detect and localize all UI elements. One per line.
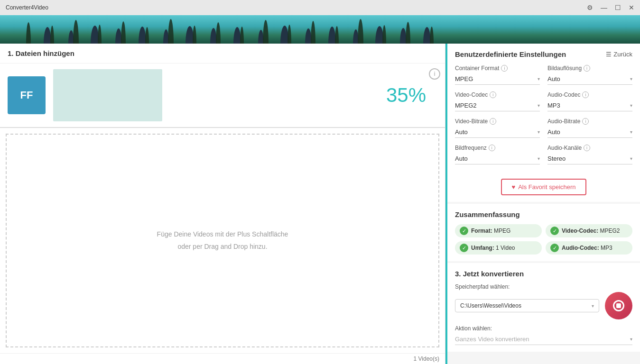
- svg-point-0: [26, 22, 31, 44]
- container-format-select[interactable]: MPEG ▾: [455, 73, 540, 85]
- audio-channels-label: Audio-Kanäle: [547, 145, 582, 151]
- svg-point-7: [193, 26, 196, 44]
- video-codec-info-icon[interactable]: i: [490, 91, 496, 98]
- audio-bitrate-info-icon[interactable]: i: [582, 118, 589, 125]
- audio-bitrate-label: Audio-Bitrate: [547, 118, 580, 125]
- svg-point-1: [50, 26, 54, 44]
- video-info-button[interactable]: i: [429, 68, 440, 80]
- image-resolution-label-row: Bildauflösung i: [547, 65, 632, 72]
- svg-point-4: [121, 21, 126, 44]
- video-bitrate-value: Auto: [455, 128, 468, 136]
- summary-format-item: ✓ Format: MPEG: [455, 224, 542, 237]
- container-format-label-row: Container Format i: [455, 65, 540, 72]
- audio-codec-info-icon[interactable]: i: [582, 91, 589, 98]
- summary-format-check: ✓: [460, 227, 468, 235]
- video-codec-label-row: Video-Codec i: [455, 91, 540, 98]
- video-codec-arrow: ▾: [538, 103, 540, 108]
- header-banner: [0, 15, 640, 44]
- favorite-button[interactable]: ♥ Als Favorit speichern: [501, 179, 586, 195]
- video-bitrate-setting: Video-Bitrate i Auto ▾: [455, 118, 540, 138]
- summary-video-codec-value: MPEG2: [600, 228, 620, 234]
- svg-point-6: [168, 19, 174, 44]
- close-button[interactable]: ✕: [629, 4, 634, 11]
- thumbnail-label: FF: [20, 89, 33, 101]
- video-preview-box: [53, 69, 162, 121]
- settings-button[interactable]: ⚙: [587, 4, 593, 11]
- svg-point-16: [406, 22, 410, 44]
- video-codec-select[interactable]: MPEG2 ▾: [455, 100, 540, 111]
- main-content: 1. Dateien hinzügen FF 35% i Füge Deine …: [0, 44, 640, 364]
- svg-point-5: [145, 27, 149, 44]
- svg-point-14: [358, 19, 363, 44]
- audio-channels-select[interactable]: Stereo ▾: [547, 153, 632, 164]
- summary-audio-codec-value: MP3: [601, 245, 612, 251]
- audio-bitrate-value: Auto: [547, 128, 560, 136]
- drop-zone[interactable]: Füge Deine Videos mit der Plus Schaltflä…: [6, 134, 439, 347]
- audio-codec-label-row: Audio-Codec i: [547, 91, 632, 98]
- audio-bitrate-arrow: ▾: [630, 129, 632, 135]
- video-bitrate-label-row: Video-Bitrate i: [455, 118, 540, 125]
- image-resolution-arrow: ▾: [630, 76, 632, 82]
- audio-channels-arrow: ▾: [630, 156, 632, 161]
- video-count: 1 Video(s): [414, 355, 439, 362]
- summary-audio-codec-label: Audio-Codec:: [562, 245, 599, 251]
- audio-codec-setting: Audio-Codec i MP3 ▾: [547, 91, 632, 111]
- container-format-info-icon[interactable]: i: [501, 65, 508, 72]
- video-bitrate-select[interactable]: Auto ▾: [455, 127, 540, 138]
- settings-section: Benutzerdefinierte Einstellungen ☰ Zurüc…: [447, 44, 640, 202]
- audio-bitrate-select[interactable]: Auto ▾: [547, 127, 632, 138]
- image-resolution-info-icon[interactable]: i: [584, 65, 590, 72]
- frame-rate-info-icon[interactable]: i: [489, 145, 495, 151]
- svg-point-17: [430, 27, 434, 44]
- minimize-button[interactable]: —: [601, 4, 607, 11]
- summary-section: Zusammenfassung ✓ Format: MPEG ✓ Video-C…: [447, 204, 640, 261]
- audio-codec-select[interactable]: MP3 ▾: [547, 100, 632, 111]
- frame-rate-select[interactable]: Auto ▾: [455, 153, 540, 164]
- image-resolution-setting: Bildauflösung i Auto ▾: [547, 65, 632, 85]
- summary-format-label: Format:: [471, 228, 492, 234]
- titlebar: Converter4Video ⚙ — ☐ ✕: [0, 0, 640, 15]
- path-label: Speicherpfad wählen:: [455, 283, 632, 290]
- summary-title: Zusammenfassung: [455, 210, 632, 218]
- panel-title: 1. Dateien hinzügen: [8, 49, 74, 57]
- audio-codec-value: MP3: [547, 102, 560, 109]
- back-button[interactable]: ☰ Zurück: [606, 51, 632, 58]
- image-resolution-value: Auto: [547, 75, 560, 82]
- video-codec-label: Video-Codec: [455, 91, 488, 98]
- svg-point-9: [240, 27, 244, 44]
- convert-btn-inner: [616, 303, 621, 308]
- path-select[interactable]: C:\Users\Wessel\Videos ▾: [455, 299, 599, 312]
- video-bitrate-info-icon[interactable]: i: [490, 118, 496, 125]
- summary-video-codec-check: ✓: [550, 227, 559, 235]
- video-bitrate-arrow: ▾: [538, 129, 540, 135]
- left-panel: 1. Dateien hinzügen FF 35% i Füge Deine …: [0, 44, 445, 364]
- hamburger-icon: ☰: [606, 51, 612, 58]
- action-value: Ganzes Video konvertieren: [455, 336, 529, 343]
- drop-line2: oder per Drag and Drop hinzu.: [177, 241, 267, 253]
- summary-video-codec-label: Video-Codec:: [562, 228, 598, 234]
- container-format-label: Container Format: [455, 65, 499, 72]
- action-arrow: ▾: [630, 337, 632, 342]
- favorite-btn-wrap: ♥ Als Favorit speichern: [455, 171, 632, 195]
- summary-audio-codec-check: ✓: [550, 244, 559, 252]
- drop-line1: Füge Deine Videos mit der Plus Schaltflä…: [157, 228, 288, 240]
- convert-title: 3. Jetzt konvertieren: [455, 270, 632, 278]
- convert-button[interactable]: [605, 292, 632, 319]
- back-label: Zurück: [613, 51, 632, 58]
- summary-scope-check: ✓: [460, 244, 468, 252]
- image-resolution-select[interactable]: Auto ▾: [547, 73, 632, 85]
- audio-bitrate-setting: Audio-Bitrate i Auto ▾: [547, 118, 632, 138]
- maximize-button[interactable]: ☐: [615, 4, 621, 11]
- favorite-label: Als Favorit speichern: [518, 183, 575, 191]
- audio-channels-info-icon[interactable]: i: [584, 145, 590, 151]
- settings-header: Benutzerdefinierte Einstellungen ☰ Zurüc…: [455, 50, 632, 58]
- summary-audio-codec-item: ✓ Audio-Codec: MP3: [546, 241, 632, 255]
- settings-grid: Container Format i MPEG ▾ Bildauflösung …: [455, 65, 632, 164]
- image-resolution-label: Bildauflösung: [547, 65, 582, 72]
- summary-grid: ✓ Format: MPEG ✓ Video-Codec: MPEG2 ✓: [455, 224, 632, 255]
- action-select[interactable]: Ganzes Video konvertieren ▾: [455, 334, 632, 345]
- container-format-value: MPEG: [455, 75, 473, 82]
- video-bitrate-label: Video-Bitrate: [455, 118, 488, 125]
- video-percent: 35%: [386, 84, 426, 107]
- summary-video-codec-item: ✓ Video-Codec: MPEG2: [546, 224, 632, 237]
